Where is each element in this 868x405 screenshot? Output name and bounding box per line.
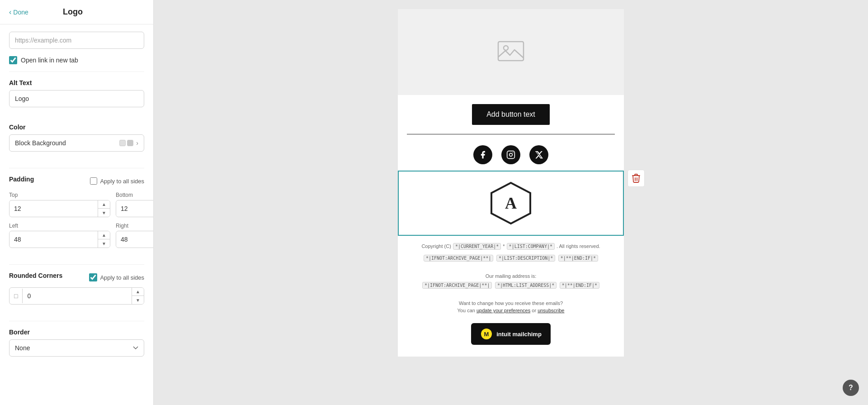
footer-change-text: Want to change how you receive these ema…: [407, 300, 615, 306]
border-label: Border: [9, 329, 144, 336]
instagram-icon[interactable]: [501, 145, 520, 164]
padding-top-up[interactable]: ▲: [98, 200, 110, 209]
svg-point-4: [513, 152, 514, 153]
rounded-apply-all-row: Apply to all sides: [89, 273, 144, 281]
footer-rights: . All rights reserved.: [557, 243, 600, 249]
image-placeholder-icon: [497, 40, 524, 64]
padding-section: Padding Apply to all sides Top ▲ ▼: [9, 176, 144, 257]
divider-1: [9, 71, 144, 72]
alt-text-input[interactable]: [9, 90, 144, 107]
padding-left-down[interactable]: ▼: [98, 239, 110, 248]
color-selector[interactable]: Block Background ›: [9, 134, 144, 152]
rounded-apply-all-checkbox[interactable]: [89, 273, 97, 281]
footer-copyright-text: Copyright (C): [421, 243, 452, 249]
back-button[interactable]: ‹ Done: [9, 8, 28, 16]
email-container: Add button text: [398, 9, 624, 357]
facebook-icon[interactable]: [473, 145, 492, 164]
padding-bottom-input[interactable]: [116, 201, 154, 216]
back-label: Done: [13, 9, 28, 16]
svg-rect-2: [507, 151, 515, 159]
swatch-light: [119, 140, 126, 146]
footer-archive-tag: *|IFNOT:ARCHIVE_PAGE|**|: [424, 255, 494, 262]
padding-top-stepper: ▲ ▼: [9, 200, 110, 217]
footer-sep: *: [503, 243, 506, 249]
rounded-value-input[interactable]: [23, 289, 132, 303]
border-section: Border None Solid Dashed Dotted: [9, 329, 144, 357]
unsubscribe-link[interactable]: unsubscribe: [538, 308, 564, 313]
panel-content: Open link in new tab Alt Text Color Bloc…: [0, 24, 153, 371]
rounded-apply-all-label: Apply to all sides: [100, 274, 144, 281]
padding-top-arrows: ▲ ▼: [98, 200, 110, 217]
panel-title: Logo: [63, 7, 83, 17]
padding-left-label: Left: [9, 223, 110, 229]
email-content-divider: [407, 134, 615, 134]
help-button[interactable]: ?: [843, 380, 859, 396]
padding-right-input[interactable]: [116, 232, 154, 247]
social-icons-block: [398, 139, 624, 171]
back-arrow-icon: ‹: [9, 8, 11, 16]
open-new-tab-label: Open link in new tab: [21, 57, 78, 64]
rounded-label: Rounded Corners: [9, 272, 62, 279]
padding-left-field: Left ▲ ▼: [9, 223, 110, 248]
rounded-input-wrap: □ ▲ ▼: [9, 287, 144, 305]
mailchimp-logo-icon: M: [480, 328, 493, 340]
color-label: Color: [9, 124, 144, 131]
padding-apply-all-label: Apply to all sides: [100, 178, 144, 185]
divider-2: [9, 168, 144, 168]
color-section: Color Block Background ›: [9, 124, 144, 161]
svg-text:A: A: [505, 194, 517, 212]
url-input[interactable]: [9, 32, 144, 49]
padding-top-input[interactable]: [9, 201, 98, 216]
padding-label: Padding: [9, 176, 34, 183]
padding-grid: Top ▲ ▼ Bottom ▲ ▼: [9, 192, 144, 248]
chevron-right-icon: ›: [136, 139, 138, 147]
rounded-corners-icon: □: [9, 289, 23, 303]
email-image-block: [398, 9, 624, 95]
svg-rect-0: [498, 42, 524, 61]
email-cta-button[interactable]: Add button text: [472, 104, 550, 125]
mailchimp-badge[interactable]: M intuit mailchimp: [471, 323, 551, 345]
footer-you-can: You can: [458, 308, 476, 313]
update-preferences-link[interactable]: update your preferences: [476, 308, 530, 313]
padding-bottom-field: Bottom ▲ ▼: [116, 192, 154, 217]
padding-right-stepper: ▲ ▼: [116, 231, 154, 248]
footer-address-endif-tag: *|**|END:IF|*: [560, 282, 599, 289]
footer-year-tag: *|CURRENT_YEAR|*: [453, 243, 501, 250]
rounded-down[interactable]: ▼: [132, 296, 144, 304]
alt-text-label: Alt Text: [9, 79, 144, 86]
footer-address-archive-tag: *|IFNOT:ARCHIVE_PAGE|**|: [422, 282, 492, 289]
email-footer: Copyright (C) *|CURRENT_YEAR|* * *|LIST:…: [398, 236, 624, 357]
padding-left-arrows: ▲ ▼: [98, 231, 110, 248]
padding-apply-all-row: Apply to all sides: [90, 177, 144, 185]
svg-point-3: [509, 153, 513, 157]
padding-header: Padding Apply to all sides: [9, 176, 144, 186]
border-select[interactable]: None Solid Dashed Dotted: [9, 339, 144, 357]
rounded-up[interactable]: ▲: [132, 288, 144, 296]
footer-company-tag: *|LIST:COMPANY|*: [507, 243, 555, 250]
color-swatches: ›: [119, 139, 138, 147]
padding-bottom-label: Bottom: [116, 192, 154, 198]
settings-panel: ‹ Done Logo Open link in new tab Alt Tex…: [0, 0, 154, 405]
logo-hexagon-svg: A: [488, 181, 533, 226]
footer-address-tag: *|HTML:LIST_ADDRESS|*: [495, 282, 557, 289]
padding-apply-all-checkbox[interactable]: [90, 177, 97, 185]
delete-block-button[interactable]: [627, 170, 645, 187]
swatch-mid: [127, 140, 133, 146]
padding-left-stepper: ▲ ▼: [9, 231, 110, 248]
padding-left-input[interactable]: [9, 232, 98, 247]
open-new-tab-checkbox[interactable]: [9, 56, 17, 64]
padding-top-label: Top: [9, 192, 110, 198]
logo-block-wrapper: A: [398, 171, 624, 236]
footer-mailing-text: Our mailing address is:: [407, 273, 615, 279]
logo-block[interactable]: A: [398, 171, 624, 236]
padding-left-up[interactable]: ▲: [98, 231, 110, 239]
email-button-block: Add button text: [398, 95, 624, 129]
panel-header: ‹ Done Logo: [0, 0, 153, 24]
padding-top-down[interactable]: ▼: [98, 209, 110, 217]
x-twitter-icon[interactable]: [529, 145, 548, 164]
footer-copyright-line: Copyright (C) *|CURRENT_YEAR|* * *|LIST:…: [407, 243, 615, 250]
footer-address-line: *|IFNOT:ARCHIVE_PAGE|**| *|HTML:LIST_ADD…: [407, 281, 615, 289]
rounded-header: Rounded Corners Apply to all sides: [9, 272, 144, 283]
divider-3: [9, 264, 144, 265]
open-new-tab-row: Open link in new tab: [9, 56, 144, 64]
